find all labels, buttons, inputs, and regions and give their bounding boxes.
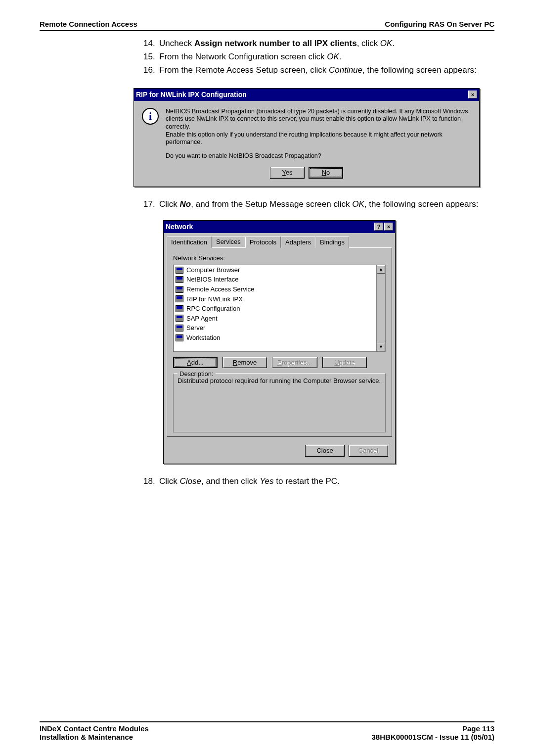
scroll-up-icon[interactable]: ▲ <box>377 265 385 274</box>
list-item[interactable]: Computer Browser <box>174 265 385 275</box>
properties-button: Properties... <box>272 357 317 369</box>
rip-titlebar: RIP for NWLink IPX Configuration × <box>134 89 479 101</box>
step-16-text-a: From the Remote Access Setup screen, cli… <box>159 65 329 75</box>
footer-right-2: 38HBK00001SCM - Issue 11 (05/01) <box>372 733 494 741</box>
step-18: 18. Click Close, and then click Yes to r… <box>143 476 494 487</box>
network-tabs: Identification Services Protocols Adapte… <box>164 233 395 248</box>
no-mnemonic: N <box>322 169 326 176</box>
service-icon <box>176 315 183 322</box>
step-18-num: 18. <box>143 476 159 487</box>
step-16: 16. From the Remote Access Setup screen,… <box>143 65 494 76</box>
network-titlebar: Network ? × <box>164 221 395 233</box>
yes-mnemonic: Y <box>282 169 285 176</box>
description-groupbox: Description: Distributed protocol requir… <box>173 373 386 432</box>
step-16-text-c: , the following screen appears: <box>362 65 477 75</box>
scroll-down-icon[interactable]: ▼ <box>377 343 385 351</box>
page-footer: INDeX Contact Centre Modules Installatio… <box>40 721 494 741</box>
step-16-continue: Continue <box>329 65 362 75</box>
remove-button[interactable]: Remove <box>222 357 267 369</box>
add-mnemonic: A <box>187 359 191 366</box>
network-services-listbox[interactable]: Computer Browser NetBIOS Interface Remot… <box>173 265 386 352</box>
rip-title: RIP for NWLink IPX Configuration <box>136 90 247 99</box>
step-15-ok: OK <box>327 52 339 61</box>
step-14-text-e: . <box>392 39 395 48</box>
tab-bindings[interactable]: Bindings <box>315 236 349 248</box>
service-icon <box>176 276 183 283</box>
update-rest: pdate <box>339 359 356 366</box>
step-17-num: 17. <box>143 199 159 210</box>
step-15: 15. From the Network Configuration scree… <box>143 51 494 63</box>
service-icon <box>176 267 183 274</box>
no-button[interactable]: No <box>309 167 343 179</box>
header-right: Configuring RAS On Server PC <box>385 20 494 28</box>
service-icon <box>176 334 183 341</box>
list-item[interactable]: RIP for NWLink IPX <box>174 294 385 304</box>
step-15-text-c: . <box>339 52 342 61</box>
service-label: RIP for NWLink IPX <box>186 295 243 304</box>
rip-dialog-screenshot: RIP for NWLink IPX Configuration × i Net… <box>134 88 480 187</box>
step-18-text-c: , and then click <box>201 476 260 486</box>
remove-rest: emove <box>237 359 257 366</box>
rip-prompt: Do you want to enable NetBIOS Broadcast … <box>166 152 471 160</box>
step-18-yes: Yes <box>260 476 273 486</box>
list-item[interactable]: NetBIOS Interface <box>174 275 385 284</box>
step-18-text-e: to restart the PC. <box>274 476 340 486</box>
list-item[interactable]: Workstation <box>174 333 385 343</box>
ns-label-rest: etwork Services: <box>178 254 224 262</box>
step-17-text-c: , and from the Setup Message screen clic… <box>191 199 352 209</box>
yes-rest: es <box>286 169 293 176</box>
no-rest: o <box>326 169 330 176</box>
service-icon <box>176 286 183 293</box>
service-icon <box>176 305 183 312</box>
list-item[interactable]: Server <box>174 323 385 333</box>
service-label: Server <box>186 324 205 332</box>
step-17-text-e: , the following screen appears: <box>364 199 479 209</box>
props-mnemonic: P <box>277 359 282 366</box>
scrollbar[interactable]: ▲ ▼ <box>376 265 385 351</box>
tab-panel-services: Network Services: Computer Browser NetBI… <box>167 247 392 437</box>
list-item[interactable]: SAP Agent <box>174 314 385 324</box>
help-icon[interactable]: ? <box>374 223 383 231</box>
tab-protocols[interactable]: Protocols <box>245 236 281 248</box>
step-14-num: 14. <box>143 38 159 49</box>
network-services-label: Network Services: <box>173 254 386 263</box>
page-header: Remote Connection Access Configuring RAS… <box>40 20 494 31</box>
step-17: 17. Click No, and from the Setup Message… <box>143 199 494 210</box>
step-16-num: 16. <box>143 65 159 76</box>
list-item[interactable]: RPC Configuration <box>174 304 385 314</box>
step-18-close: Close <box>180 476 201 486</box>
close-icon[interactable]: × <box>468 91 477 98</box>
description-legend: Description: <box>178 370 216 378</box>
service-label: Remote Access Service <box>186 285 254 294</box>
step-14-bold: Assign network number to all IPX clients <box>194 39 357 48</box>
info-icon: i <box>142 108 159 125</box>
add-button[interactable]: Add... <box>173 357 218 369</box>
service-icon <box>176 325 183 331</box>
props-rest: roperties... <box>282 359 312 366</box>
yes-button[interactable]: Yes <box>270 167 305 179</box>
network-dialog-screenshot: Network ? × Identification Services Prot… <box>163 220 396 464</box>
update-mnemonic: U <box>334 359 339 366</box>
tab-identification[interactable]: Identification <box>167 236 212 248</box>
service-label: SAP Agent <box>186 314 218 323</box>
tab-services[interactable]: Services <box>212 236 245 248</box>
close-button[interactable]: Close <box>305 445 345 457</box>
ns-label-mnemonic: N <box>173 254 178 262</box>
service-label: NetBIOS Interface <box>186 275 239 284</box>
step-17-ok: OK <box>352 199 364 209</box>
footer-left-1: INDeX Contact Centre Modules <box>40 724 149 733</box>
step-18-text-a: Click <box>159 476 180 486</box>
update-button: Update <box>322 357 367 369</box>
footer-left-2: Installation & Maintenance <box>40 733 149 741</box>
tab-adapters[interactable]: Adapters <box>281 236 315 248</box>
step-17-text-a: Click <box>159 199 180 209</box>
list-item[interactable]: Remote Access Service <box>174 284 385 294</box>
footer-right-1: Page 113 <box>372 724 494 733</box>
content-area: 14. Uncheck Assign network number to all… <box>40 38 494 721</box>
remove-mnemonic: R <box>233 359 237 366</box>
close-icon[interactable]: × <box>384 223 393 231</box>
step-17-no: No <box>180 199 191 209</box>
network-title: Network <box>166 222 193 232</box>
service-icon <box>176 295 183 302</box>
service-label: Computer Browser <box>186 266 240 275</box>
